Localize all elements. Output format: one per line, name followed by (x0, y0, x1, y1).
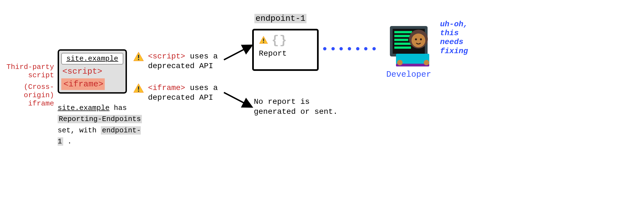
annot-text: Third-party script (6, 63, 54, 79)
browser-window: site.example <script> <iframe> (58, 49, 127, 94)
svg-rect-8 (263, 42, 264, 43)
warning-tag: <iframe> (148, 84, 185, 92)
annot-third-party-script: Third-party script (0, 63, 54, 80)
svg-rect-2 (138, 59, 139, 60)
svg-rect-4 (138, 86, 139, 90)
warning-text: <script> uses a deprecated API (148, 52, 244, 71)
svg-rect-1 (138, 55, 139, 58)
page-script-row: <script> (61, 67, 123, 76)
caption-url: site.example (58, 104, 109, 112)
site-caption: site.example has Reporting-Endpoints set… (58, 102, 144, 147)
svg-point-19 (420, 38, 422, 40)
warning-script: <script> uses a deprecated API (133, 52, 244, 71)
no-report-text: No report is generated or sent. (254, 97, 343, 117)
browser-frame: site.example <script> <iframe> (58, 49, 127, 94)
svg-point-17 (412, 34, 425, 47)
endpoint-box: {} Report (252, 29, 319, 71)
caption-has: has (109, 104, 127, 112)
curly-braces-icon: {} (272, 34, 287, 47)
svg-point-22 (397, 60, 403, 65)
caption-setwith: set, with (58, 126, 101, 135)
warning-iframe: <iframe> uses a deprecated API (133, 83, 244, 102)
page-iframe-row: <iframe> (61, 78, 105, 90)
address-bar: site.example (61, 53, 123, 65)
endpoint-label: endpoint-1 (254, 14, 306, 23)
developer-avatar-icon (384, 21, 434, 68)
annot-cross-origin-iframe: (Cross-origin) iframe (0, 83, 54, 108)
developer-label: Developer (380, 70, 438, 79)
svg-point-23 (424, 60, 429, 65)
annot-text: (Cross-origin) iframe (24, 83, 54, 108)
dotted-connector (323, 47, 376, 50)
svg-rect-11 (394, 31, 412, 33)
warning-icon (133, 83, 144, 102)
address-url: site.example (66, 55, 118, 63)
svg-rect-5 (138, 91, 139, 92)
developer: Developer (380, 21, 438, 79)
svg-rect-13 (394, 39, 408, 41)
developer-exclaim: uh-oh, this needs fixing (440, 20, 484, 56)
warning-icon (133, 52, 144, 71)
svg-rect-7 (263, 38, 264, 41)
svg-rect-15 (394, 47, 411, 49)
warning-tag: <script> (148, 52, 185, 61)
warning-text: <iframe> uses a deprecated API (148, 83, 244, 102)
warning-icon (259, 36, 268, 45)
endpoint-inner: {} (259, 34, 312, 47)
caption-period: . (63, 137, 72, 146)
report-label: Report (259, 49, 312, 58)
diagram-stage: Third-party script (Cross-origin) iframe… (0, 0, 644, 211)
caption-header: Reporting-Endpoints (58, 115, 142, 123)
svg-point-18 (415, 38, 417, 40)
endpoint-name: endpoint-1 (254, 14, 306, 23)
